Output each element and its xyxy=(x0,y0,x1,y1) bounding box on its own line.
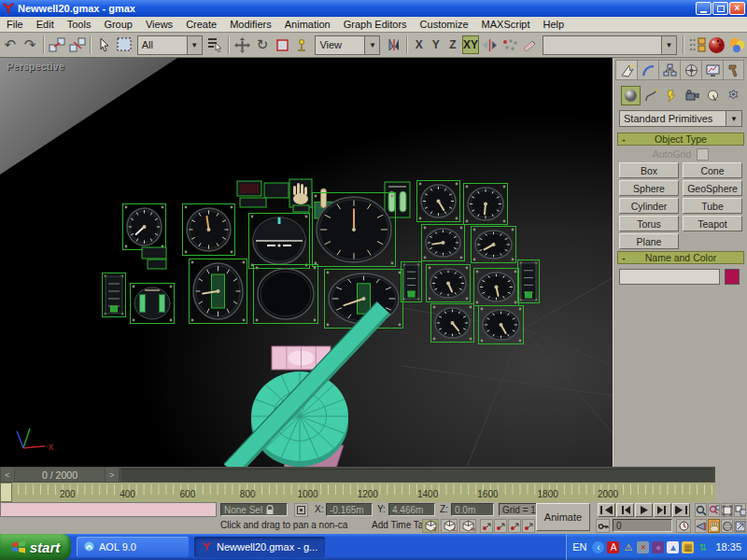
add-time-tag[interactable]: Add Time Tag xyxy=(372,520,429,530)
name-color-rollout-header[interactable]: - Name and Color xyxy=(617,251,744,264)
hierarchy-tab[interactable] xyxy=(658,60,680,80)
redo-icon[interactable]: ↷ xyxy=(21,35,38,55)
restrict-y-button[interactable]: Y xyxy=(429,35,444,54)
collapse-icon[interactable]: - xyxy=(618,252,629,263)
menu-tools[interactable]: Tools xyxy=(61,17,98,32)
menu-maxscript[interactable]: MAXScript xyxy=(475,17,537,32)
arc-rotate-icon[interactable] xyxy=(721,519,733,533)
zoom-extents-icon[interactable] xyxy=(721,503,733,517)
menu-customize[interactable]: Customize xyxy=(414,17,475,32)
select-and-manipulate-icon[interactable] xyxy=(293,35,311,55)
utilities-tab[interactable] xyxy=(723,60,744,80)
frame-indicator[interactable]: 0 / 2000 xyxy=(15,468,105,482)
zoom-extents-all-icon[interactable] xyxy=(734,503,746,517)
time-configuration-icon[interactable] xyxy=(676,519,691,533)
instrument-flaps[interactable] xyxy=(131,284,175,324)
minimize-button[interactable] xyxy=(696,2,712,15)
prev-frame-icon[interactable] xyxy=(616,503,634,517)
instrument-round[interactable] xyxy=(123,204,166,250)
chevron-down-icon[interactable]: ▼ xyxy=(187,36,202,54)
systems-button[interactable] xyxy=(724,86,743,105)
zoom-all-icon[interactable] xyxy=(708,503,720,517)
select-and-scale-icon[interactable] xyxy=(274,35,291,55)
create-cylinder-button[interactable]: Cylinder xyxy=(619,198,679,214)
prev-frame-arrow[interactable]: < xyxy=(1,468,14,482)
selection-filter-dropdown[interactable]: All▼ xyxy=(137,35,203,55)
select-by-name-icon[interactable] xyxy=(206,35,224,55)
title-bar[interactable]: Newwell20.gmax - gmax × xyxy=(0,0,747,17)
instrument-round[interactable] xyxy=(474,269,519,306)
collapse-arrow-icon[interactable]: ‹ xyxy=(592,541,604,553)
control-yoke-object[interactable] xyxy=(224,301,389,467)
select-and-link-icon[interactable] xyxy=(49,35,66,55)
percent-snap-icon[interactable]: % xyxy=(459,519,476,533)
modify-tab[interactable] xyxy=(637,60,658,80)
keyboard-shortcut-icon[interactable] xyxy=(494,519,507,533)
helpers-button[interactable] xyxy=(703,86,723,105)
create-teapot-button[interactable]: Teapot xyxy=(683,216,742,231)
unlink-selection-icon[interactable] xyxy=(68,35,86,55)
undo-icon[interactable]: ↶ xyxy=(1,35,19,55)
select-and-move-icon[interactable] xyxy=(233,35,251,55)
instrument-panel[interactable] xyxy=(142,247,166,259)
restrict-xy-plane-button[interactable]: XY xyxy=(462,35,479,54)
instrument-round[interactable] xyxy=(427,265,471,302)
reference-coordinate-dropdown[interactable]: View▼ xyxy=(315,35,380,55)
track-bar-track[interactable] xyxy=(121,469,713,482)
ati-icon[interactable]: A xyxy=(607,541,619,553)
time-slider-thumb[interactable] xyxy=(0,483,12,502)
named-snap-icon[interactable] xyxy=(508,519,521,533)
field-of-view-icon[interactable] xyxy=(695,519,707,533)
display-tab[interactable] xyxy=(701,60,723,80)
align-icon[interactable] xyxy=(521,35,539,55)
geometry-button[interactable] xyxy=(621,86,641,105)
instrument-tape[interactable] xyxy=(190,259,247,324)
object-name-input[interactable] xyxy=(619,269,720,285)
create-torus-button[interactable]: Torus xyxy=(619,216,679,231)
maxscript-listener[interactable] xyxy=(0,502,217,517)
instrument-pills[interactable] xyxy=(385,182,410,217)
motion-tab[interactable] xyxy=(680,60,701,80)
material-editor-icon[interactable] xyxy=(708,35,726,55)
menu-animation[interactable]: Animation xyxy=(278,17,337,32)
object-type-rollout-header[interactable]: - Object Type xyxy=(617,133,744,146)
z-coordinate-field[interactable]: 0.0m xyxy=(451,503,494,516)
collapse-icon[interactable]: - xyxy=(618,133,629,145)
maximize-button[interactable] xyxy=(712,2,728,15)
instrument-panel[interactable] xyxy=(148,259,166,269)
create-cone-button[interactable]: Cone xyxy=(683,162,742,178)
create-tube-button[interactable]: Tube xyxy=(683,198,742,214)
menu-create[interactable]: Create xyxy=(179,17,223,32)
play-icon[interactable] xyxy=(635,503,653,517)
selection-lock-icon[interactable] xyxy=(265,505,275,515)
close-button[interactable]: × xyxy=(729,2,745,15)
zoom-icon[interactable] xyxy=(695,503,707,517)
chevron-down-icon[interactable]: ▼ xyxy=(726,111,741,126)
restrict-z-button[interactable]: Z xyxy=(445,35,460,54)
instrument-dark[interactable] xyxy=(254,265,318,324)
warning-icon[interactable]: ⚠ xyxy=(622,541,634,553)
go-to-end-icon[interactable] xyxy=(672,503,690,517)
create-box-button[interactable]: Box xyxy=(619,162,679,178)
instrument-round[interactable] xyxy=(464,184,508,225)
create-plane-button[interactable]: Plane xyxy=(619,233,679,249)
instrument-hand[interactable] xyxy=(289,179,312,207)
instrument-panel[interactable] xyxy=(293,205,309,212)
lights-button[interactable] xyxy=(662,86,682,105)
viewport-label[interactable]: Perspective xyxy=(7,61,64,72)
menu-edit[interactable]: Edit xyxy=(30,17,61,32)
select-object-icon[interactable] xyxy=(95,35,113,55)
instrument-round[interactable] xyxy=(472,227,516,263)
taskbar-clock[interactable]: 18:35 xyxy=(715,541,741,553)
spinner-snap-icon[interactable] xyxy=(480,519,493,533)
instrument-panel[interactable] xyxy=(264,183,289,198)
menu-file[interactable]: File xyxy=(0,17,30,32)
key-mode-icon[interactable] xyxy=(596,519,610,533)
instrument-round[interactable] xyxy=(479,306,524,344)
instrument-panel[interactable] xyxy=(240,198,266,207)
mirror-icon[interactable] xyxy=(481,35,499,55)
purple-app-icon[interactable]: ● xyxy=(652,541,664,553)
autogrid-checkbox[interactable] xyxy=(697,148,709,161)
instrument-round[interactable] xyxy=(422,225,465,261)
render-icon[interactable] xyxy=(728,35,746,55)
